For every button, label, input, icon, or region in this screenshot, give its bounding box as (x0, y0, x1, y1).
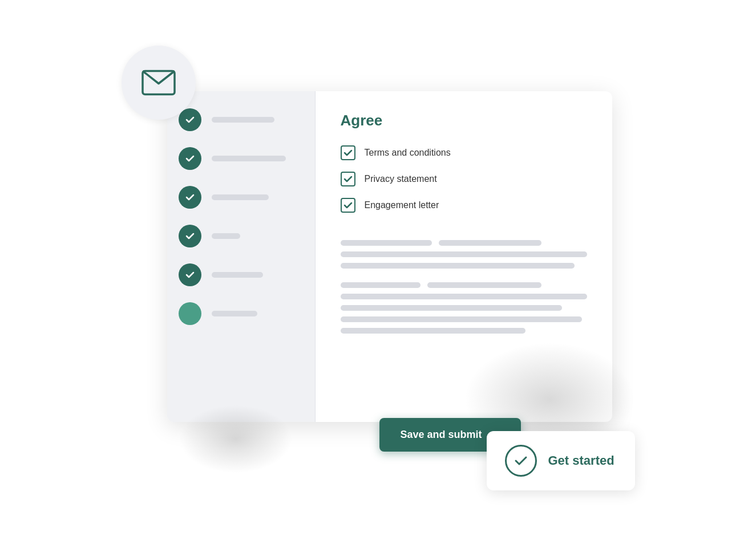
main-card: Agree Terms and conditions Privacy state… (167, 91, 612, 422)
step-circle-1 (179, 108, 201, 131)
sidebar-item (179, 108, 304, 131)
sidebar-item (179, 186, 304, 209)
step-circle-3 (179, 186, 201, 209)
sidebar-item-active (179, 302, 304, 325)
step-circle-5 (179, 263, 201, 286)
step-label-5 (212, 272, 263, 278)
privacy-label: Privacy statement (365, 174, 437, 184)
text-block-1 (341, 240, 587, 269)
content-panel: Agree Terms and conditions Privacy state… (316, 91, 612, 422)
step-circle-6 (179, 302, 201, 325)
step-label-1 (212, 117, 274, 123)
step-circle-4 (179, 225, 201, 247)
sidebar-item (179, 263, 304, 286)
step-label-2 (212, 156, 286, 161)
mail-icon-circle (122, 46, 196, 120)
terms-label: Terms and conditions (365, 148, 451, 158)
privacy-checkbox-item[interactable]: Privacy statement (341, 172, 587, 186)
step-circle-2 (179, 147, 201, 170)
engagement-checkbox-item[interactable]: Engagement letter (341, 198, 587, 213)
terms-checkbox-item[interactable]: Terms and conditions (341, 145, 587, 160)
text-block-2 (341, 282, 587, 334)
step-label-6 (212, 311, 257, 316)
terms-checkbox[interactable] (341, 145, 355, 160)
engagement-checkbox[interactable] (341, 198, 355, 213)
sidebar-item (179, 225, 304, 247)
privacy-checkbox[interactable] (341, 172, 355, 186)
step-label-4 (212, 233, 240, 239)
sidebar-panel (167, 91, 316, 422)
agree-title: Agree (341, 112, 587, 129)
save-submit-label: Save and submit (400, 429, 482, 441)
get-started-label: Get started (548, 453, 614, 468)
get-started-check-circle (505, 445, 537, 477)
step-label-3 (212, 194, 269, 200)
get-started-card[interactable]: Get started (487, 431, 635, 490)
sidebar-item (179, 147, 304, 170)
engagement-label: Engagement letter (365, 200, 439, 210)
mail-icon (142, 66, 176, 100)
